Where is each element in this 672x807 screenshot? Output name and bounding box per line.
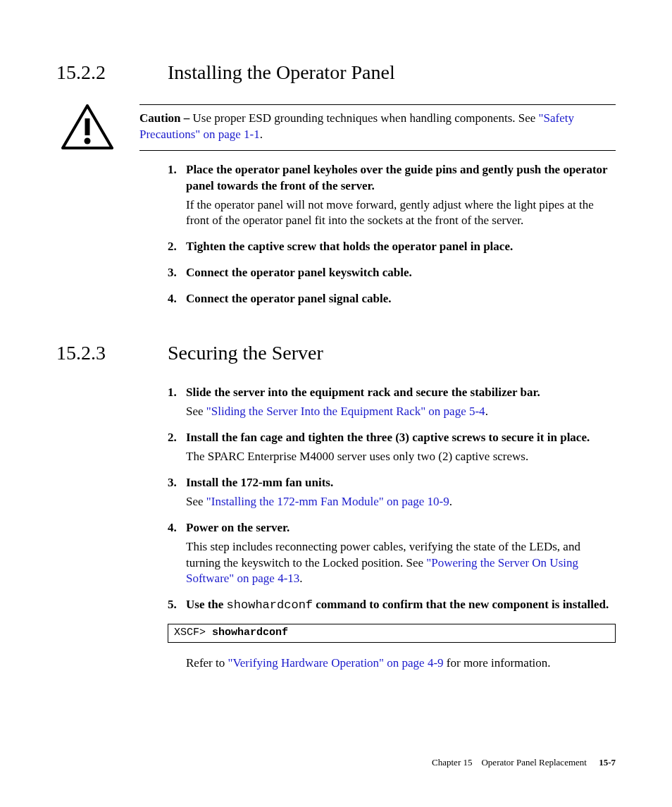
- footer-chapter-title: Operator Panel Replacement: [481, 757, 586, 768]
- steps-list: 1. Slide the server into the equipment r…: [168, 385, 616, 614]
- step-item: 2. Install the fan cage and tighten the …: [168, 430, 616, 465]
- code-box: XSCF> showhardconf: [168, 624, 616, 642]
- section-number: 15.2.3: [56, 340, 168, 366]
- footer-page-number: 15-7: [599, 757, 616, 768]
- step-head: Tighten the captive screw that holds the…: [186, 239, 616, 255]
- section-body: 1. Slide the server into the equipment r…: [168, 385, 616, 672]
- step-sub-post: .: [485, 405, 488, 418]
- step-item: 1. Place the operator panel keyholes ove…: [168, 162, 616, 230]
- after-code-post: for more information.: [444, 656, 551, 670]
- step-sub: This step includes reconnecting power ca…: [186, 539, 616, 588]
- svg-point-2: [85, 137, 91, 144]
- step-head: Use the showhardconf command to confirm …: [186, 597, 616, 614]
- step-head: Connect the operator panel signal cable.: [186, 291, 616, 307]
- step-item: 4. Connect the operator panel signal cab…: [168, 291, 616, 307]
- step-number: 4.: [168, 291, 177, 307]
- section-heading: 15.2.3 Securing the Server: [56, 340, 616, 366]
- step-item: 3. Install the 172-mm fan units. See "In…: [168, 475, 616, 510]
- step-sub-pre: See: [186, 405, 206, 418]
- step-number: 4.: [168, 520, 177, 536]
- step-head-code: showhardconf: [227, 598, 313, 612]
- step-sub-post: .: [299, 572, 302, 585]
- step-sub: The SPARC Enterprise M4000 server uses o…: [186, 449, 616, 465]
- section-body: 1. Place the operator panel keyholes ove…: [168, 162, 616, 308]
- step-number: 2.: [168, 430, 177, 446]
- steps-list: 1. Place the operator panel keyholes ove…: [168, 162, 616, 308]
- step-sub-link[interactable]: "Sliding the Server Into the Equipment R…: [206, 405, 485, 418]
- step-head: Install the fan cage and tighten the thr…: [186, 430, 616, 446]
- caution-icon: [56, 104, 118, 149]
- after-code-text: Refer to "Verifying Hardware Operation" …: [186, 655, 616, 672]
- footer-chapter-label: Chapter 15: [432, 757, 472, 768]
- svg-rect-1: [85, 118, 90, 135]
- page: 15.2.2 Installing the Operator Panel Cau…: [0, 0, 672, 807]
- step-head: Connect the operator panel keyswitch cab…: [186, 265, 616, 281]
- step-sub: If the operator panel will not move forw…: [186, 197, 616, 230]
- step-number: 2.: [168, 239, 177, 255]
- after-code-pre: Refer to: [186, 656, 228, 670]
- code-command: showhardconf: [212, 627, 288, 639]
- step-item: 4. Power on the server. This step includ…: [168, 520, 616, 588]
- step-head-pre: Use the: [186, 598, 227, 611]
- step-sub: See "Installing the 172-mm Fan Module" o…: [186, 494, 616, 510]
- caution-label: Caution –: [139, 111, 189, 125]
- step-sub-pre: See: [186, 495, 206, 508]
- section-15-2-2: 15.2.2 Installing the Operator Panel Cau…: [56, 59, 616, 307]
- caution-text-box: Caution – Use proper ESD grounding techn…: [139, 104, 616, 151]
- step-item: 3. Connect the operator panel keyswitch …: [168, 265, 616, 281]
- step-number: 3.: [168, 475, 177, 491]
- step-sub: See "Sliding the Server Into the Equipme…: [186, 404, 616, 420]
- page-footer: Chapter 15 Operator Panel Replacement 15…: [432, 756, 616, 769]
- caution-text-before: Use proper ESD grounding techniques when…: [189, 111, 538, 125]
- step-item: 1. Slide the server into the equipment r…: [168, 385, 616, 420]
- step-sub-post: .: [449, 495, 452, 508]
- section-number: 15.2.2: [56, 59, 168, 86]
- step-item: 5. Use the showhardconf command to confi…: [168, 597, 616, 614]
- step-head: Install the 172-mm fan units.: [186, 475, 616, 491]
- caution-text-after: .: [260, 128, 263, 141]
- step-sub-link[interactable]: "Installing the 172-mm Fan Module" on pa…: [206, 495, 449, 508]
- step-head: Place the operator panel keyholes over t…: [186, 162, 616, 195]
- step-item: 2. Tighten the captive screw that holds …: [168, 239, 616, 255]
- after-code-link[interactable]: "Verifying Hardware Operation" on page 4…: [228, 656, 443, 670]
- step-number: 3.: [168, 265, 177, 281]
- step-head-post: command to confirm that the new componen…: [313, 598, 609, 611]
- step-number: 5.: [168, 597, 177, 613]
- section-title: Installing the Operator Panel: [168, 59, 395, 86]
- step-number: 1.: [168, 385, 177, 401]
- step-head: Slide the server into the equipment rack…: [186, 385, 616, 401]
- section-15-2-3: 15.2.3 Securing the Server 1. Slide the …: [56, 340, 616, 671]
- section-heading: 15.2.2 Installing the Operator Panel: [56, 59, 616, 86]
- section-title: Securing the Server: [168, 340, 323, 366]
- step-number: 1.: [168, 162, 177, 178]
- caution-block: Caution – Use proper ESD grounding techn…: [56, 104, 616, 151]
- step-head: Power on the server.: [186, 520, 616, 536]
- code-prompt: XSCF>: [174, 627, 212, 639]
